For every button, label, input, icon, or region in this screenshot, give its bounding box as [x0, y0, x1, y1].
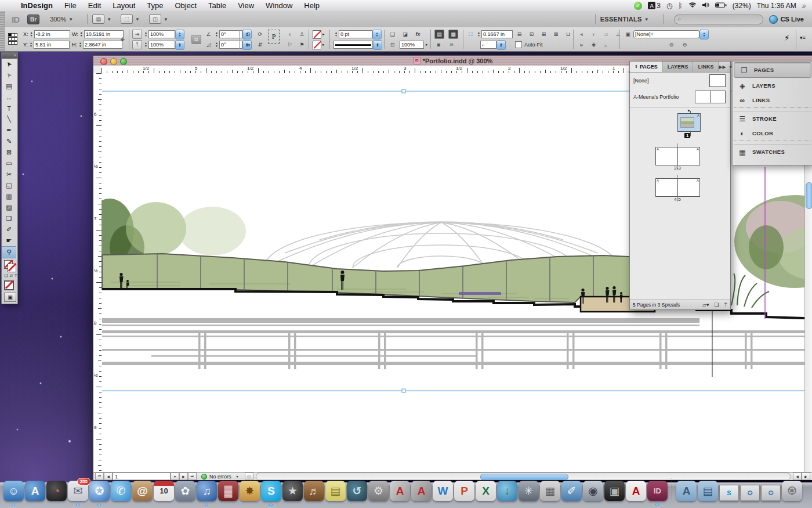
finder-icon[interactable]: ☺	[3, 481, 24, 501]
minimized-skype-window[interactable]: S	[719, 485, 739, 501]
stroke-weight-field[interactable]: 0 pt	[339, 30, 372, 38]
stroke-weight-stepper[interactable]: ▲▼	[334, 31, 339, 38]
stroke-weight-dropdown[interactable]: ▲▼	[372, 30, 382, 39]
new-page-icon[interactable]: ❏	[715, 302, 719, 308]
skype-icon[interactable]: S	[261, 481, 281, 501]
vertical-scroll-thumb[interactable]	[806, 182, 812, 209]
page-1-thumbnail[interactable]: A	[677, 113, 701, 132]
itunes-icon[interactable]: ♫	[197, 481, 217, 501]
scissors-tool[interactable]: ✂	[2, 169, 16, 180]
select-previous-icon[interactable]: ⚐	[285, 41, 294, 49]
corner-shape-dropdown[interactable]: ⌐	[480, 41, 496, 49]
tools-collapse-icon[interactable]: »	[2, 53, 17, 59]
gradient-feather-tool[interactable]: ▨	[2, 202, 16, 213]
corner-radius-field[interactable]: 0.1667 in	[481, 30, 513, 38]
zoom-level-dropdown[interactable]: 300%▼	[50, 16, 73, 23]
dashboard-icon[interactable]: ◔	[46, 481, 67, 501]
h-stepper[interactable]: ▲▼	[78, 41, 83, 49]
volume-icon[interactable]	[702, 2, 709, 10]
select-content-icon[interactable]: ⚓	[298, 30, 306, 38]
panel-dock-swatches[interactable]: ▦SWATCHES	[733, 145, 812, 159]
safari-icon[interactable]: ✪	[89, 481, 110, 501]
master-none-thumbnail[interactable]	[709, 74, 726, 87]
corner-radius-stepper[interactable]: ▲▼	[476, 31, 481, 38]
arrange-documents-dropdown[interactable]: ◫▼	[149, 15, 168, 24]
menu-view[interactable]: View	[232, 1, 260, 10]
hand-tool[interactable]: ☛	[2, 235, 16, 246]
control-panel-menu-icon[interactable]: ▾≡	[800, 33, 806, 42]
minimized-safari-window[interactable]: ✪	[740, 485, 760, 501]
rotation-stepper[interactable]: ▲▼	[214, 31, 219, 38]
panel-collapse-icon[interactable]: ▶▶	[719, 64, 726, 70]
documents-folder-icon[interactable]: ▤	[698, 481, 718, 501]
gap-tool[interactable]: ↔	[2, 92, 16, 103]
line-tool[interactable]: ╲	[2, 114, 16, 125]
screen-mode-button[interactable]: ▣	[4, 293, 16, 302]
globe-download-icon[interactable]: ↓	[497, 481, 517, 501]
tab-links[interactable]: LINKS	[693, 62, 719, 72]
panel-dock-stroke[interactable]: ☰STROKE	[733, 111, 812, 126]
align-top-icon[interactable]: ⊥	[614, 30, 622, 38]
time-machine-icon[interactable]: ◷	[666, 2, 672, 10]
y-stepper[interactable]: ▲▼	[28, 41, 34, 49]
master-a-thumbnail-left[interactable]	[695, 91, 710, 103]
excel-icon[interactable]: X	[476, 481, 496, 501]
scale-x-stepper[interactable]: ▲▼	[143, 31, 148, 38]
tab-layers[interactable]: LAYERS	[663, 62, 694, 72]
fit-proportionally-icon[interactable]: ⊠	[552, 30, 560, 38]
spotlight-icon[interactable]: ⌕	[802, 1, 806, 10]
menu-app-name[interactable]: InDesign	[15, 1, 59, 10]
eyedropper-tool[interactable]: ✐	[2, 224, 16, 235]
x-stepper[interactable]: ▲▼	[29, 31, 34, 38]
search-input[interactable]: ⌕	[674, 15, 763, 24]
satellite-utility-icon[interactable]: ✳	[519, 481, 539, 501]
rectangle-tool[interactable]: ▭	[2, 158, 16, 169]
workspace-switcher[interactable]: ESSENTIALS▼	[600, 16, 649, 23]
distribute-right-icon[interactable]: ⫠	[601, 41, 610, 49]
stickies-icon[interactable]: ▤	[325, 481, 346, 501]
shear-stepper[interactable]: ▲▼	[214, 41, 219, 49]
stroke-type-button[interactable]: ▲▼	[373, 40, 382, 50]
scale-y-dropdown[interactable]: ▲▼	[175, 40, 184, 50]
minimize-button[interactable]	[110, 58, 117, 65]
guide-handle-bottom[interactable]	[402, 389, 405, 392]
menu-edit[interactable]: Edit	[82, 1, 107, 10]
menu-file[interactable]: File	[59, 1, 82, 10]
panel-dock-layers[interactable]: ◈LAYERS	[733, 78, 812, 93]
swap-fill-stroke-icon[interactable]: ⇄	[9, 273, 13, 278]
iphoto-icon[interactable]: ✸	[240, 481, 260, 501]
selection-tool[interactable]: ➤	[2, 59, 16, 70]
mail-icon[interactable]: ✉255	[68, 481, 88, 501]
panel-dock-links[interactable]: ∞LINKS	[733, 93, 812, 107]
adobe-reader-icon[interactable]: A	[626, 481, 646, 501]
imovie-icon[interactable]: ★	[282, 481, 303, 501]
stroke-type-dropdown[interactable]	[334, 41, 373, 49]
word-icon[interactable]: W	[433, 481, 453, 501]
wrap-bounding-box-icon[interactable]: ▦	[448, 30, 458, 39]
ruler-corner[interactable]	[93, 66, 102, 74]
master-a-thumbnail-right[interactable]	[710, 91, 726, 103]
ical-icon[interactable]: 10	[154, 481, 174, 501]
formatting-affects-text-icon[interactable]: T	[14, 273, 17, 278]
photo-booth-icon[interactable]: ▓	[218, 481, 238, 501]
x-position-field[interactable]: -8.2 in	[34, 30, 70, 38]
bluetooth-icon[interactable]: ᛒ	[678, 2, 682, 10]
spread-4-5-thumbnails[interactable]: A A	[655, 178, 700, 197]
quick-apply-icon[interactable]: ⚡	[784, 33, 790, 42]
scale-y-field[interactable]: 100%	[148, 41, 175, 49]
scale-x-dropdown[interactable]: ▲▼	[175, 30, 184, 39]
zoom-tool[interactable]: ⚲	[2, 246, 16, 258]
select-container-icon[interactable]: ♁	[285, 30, 294, 38]
stroke-swatch[interactable]	[8, 264, 16, 272]
panel-dock-pages[interactable]: ❐PAGES	[734, 62, 811, 78]
facetime-icon[interactable]: ✆	[111, 481, 131, 501]
opacity-flyout[interactable]: ▸	[426, 42, 428, 47]
gradient-swatch-tool[interactable]: ▥	[2, 191, 16, 202]
battery-icon[interactable]	[715, 2, 727, 10]
delete-page-icon[interactable]: ⍑	[724, 302, 727, 308]
autocad-icon[interactable]: A	[390, 481, 410, 501]
y-position-field[interactable]: 5.81 in	[34, 41, 70, 49]
note-tool[interactable]: ❏	[2, 213, 16, 224]
rotate-cw-icon[interactable]: ⟳	[256, 30, 264, 38]
align-left-icon[interactable]: ⫣	[577, 30, 586, 38]
